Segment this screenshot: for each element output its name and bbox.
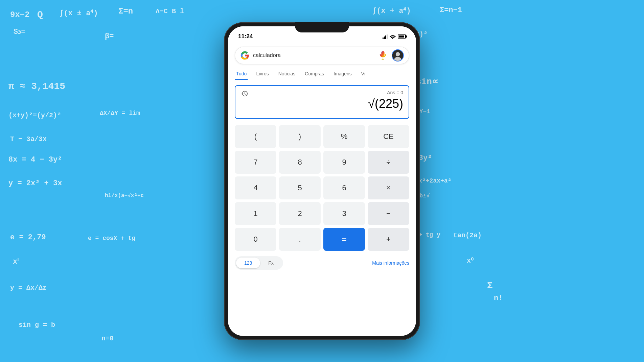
calculator-display: Ans = 0 √(225) — [235, 85, 409, 119]
calc-btn-[interactable]: % — [323, 125, 365, 148]
calc-btn-0[interactable]: 0 — [235, 228, 276, 251]
phone-outer: 11:24 — [224, 22, 420, 340]
phone-screen: 11:24 — [228, 26, 416, 336]
calc-expression-display: √(225) — [241, 97, 403, 111]
calc-btn-[interactable]: × — [368, 176, 409, 199]
calc-btn-8[interactable]: 8 — [279, 151, 321, 174]
search-bar[interactable]: calculadora — [235, 47, 409, 64]
calc-btn-6[interactable]: 6 — [323, 176, 365, 199]
calc-btn-4[interactable]: 4 — [235, 176, 276, 199]
calc-btn-[interactable]: + — [368, 228, 409, 251]
svg-point-0 — [392, 38, 393, 39]
calc-btn-[interactable]: ) — [279, 125, 321, 148]
search-query: calculadora — [253, 52, 375, 58]
calc-mode-tabs: 123 Fx — [235, 256, 283, 270]
tab-vi[interactable]: Vi — [360, 68, 367, 80]
calc-btn-CE[interactable]: CE — [368, 125, 409, 148]
calc-btn-[interactable]: = — [323, 228, 365, 251]
calc-btn-3[interactable]: 3 — [323, 202, 365, 225]
tab-tudo[interactable]: Tudo — [235, 68, 248, 80]
calculator-keypad: ()%CE789÷456×123−0.=+ — [228, 122, 416, 254]
tab-noticias[interactable]: Notícias — [277, 68, 297, 80]
calc-btn-[interactable]: ÷ — [368, 151, 409, 174]
google-logo-icon — [240, 51, 250, 60]
tab-livros[interactable]: Livros — [255, 68, 270, 80]
tab-123[interactable]: 123 — [236, 258, 260, 268]
calc-btn-2[interactable]: 2 — [279, 202, 321, 225]
microphone-icon[interactable] — [378, 51, 388, 60]
calc-btn-5[interactable]: 5 — [279, 176, 321, 199]
history-icon[interactable] — [241, 90, 248, 97]
user-avatar[interactable] — [392, 49, 404, 62]
tab-fx[interactable]: Fx — [260, 258, 282, 268]
status-icons — [383, 34, 406, 39]
calc-btn-1[interactable]: 1 — [235, 202, 276, 225]
calculator-bottom: 123 Fx Mais informações — [228, 254, 416, 272]
calc-btn-[interactable]: − — [368, 202, 409, 225]
battery-icon — [398, 34, 406, 39]
calc-btn-[interactable]: . — [279, 228, 321, 251]
more-info-link[interactable]: Mais informações — [372, 260, 409, 266]
tab-imagens[interactable]: Imagens — [332, 68, 353, 80]
status-time: 11:24 — [238, 33, 253, 40]
svg-point-2 — [396, 52, 400, 56]
signal-icon — [383, 34, 388, 39]
calc-btn-7[interactable]: 7 — [235, 151, 276, 174]
calc-btn-9[interactable]: 9 — [323, 151, 365, 174]
search-tabs: Tudo Livros Notícias Compras Imagens Vi — [228, 68, 416, 80]
search-action-icons — [378, 49, 404, 62]
calc-btn-[interactable]: ( — [235, 125, 276, 148]
wifi-icon — [390, 34, 396, 39]
tab-compras[interactable]: Compras — [303, 68, 325, 80]
calc-ans-display: Ans = 0 — [241, 90, 403, 95]
phone-notch — [295, 22, 349, 32]
phone-frame: 11:24 — [224, 22, 420, 340]
